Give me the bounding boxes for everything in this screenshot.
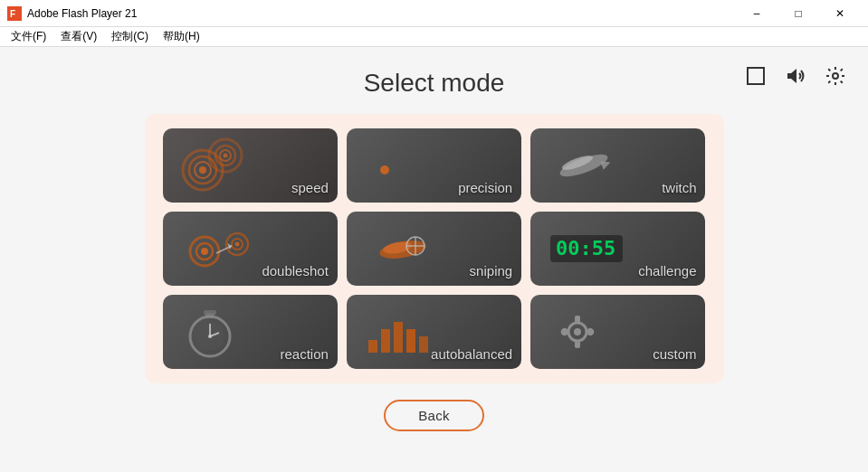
twitch-label: twitch xyxy=(662,180,696,195)
svg-rect-46 xyxy=(575,316,580,323)
mode-challenge-button[interactable]: 00:55 challenge xyxy=(530,212,705,286)
svg-point-13 xyxy=(380,165,389,175)
reaction-label: reaction xyxy=(280,346,328,362)
menu-file[interactable]: 文件(F) xyxy=(4,27,53,46)
window-controls: – □ ✕ xyxy=(736,0,861,27)
mode-doubleshot-button[interactable]: doubleshot xyxy=(163,212,338,286)
mode-precision-button[interactable]: precision xyxy=(347,128,521,203)
mode-custom-button[interactable]: custom xyxy=(530,295,705,369)
autobalanced-label: autobalanced xyxy=(431,346,512,362)
svg-point-45 xyxy=(574,328,581,335)
settings-button[interactable] xyxy=(821,61,850,90)
svg-point-37 xyxy=(208,335,212,338)
mode-container: speed precision xyxy=(145,114,724,383)
precision-label: precision xyxy=(458,180,512,195)
menu-view[interactable]: 查看(V) xyxy=(53,27,104,46)
svg-text:00:55: 00:55 xyxy=(556,237,615,260)
sound-button[interactable] xyxy=(781,61,810,90)
fullscreen-button[interactable] xyxy=(741,61,770,90)
svg-point-12 xyxy=(223,154,227,158)
minimize-button[interactable]: – xyxy=(736,0,777,27)
back-button[interactable]: Back xyxy=(384,400,484,431)
toolbar-icons xyxy=(741,61,850,90)
menu-control[interactable]: 控制(C) xyxy=(104,27,156,46)
mode-autobalanced-button[interactable]: autobalanced xyxy=(347,295,521,369)
window-title: Adobe Flash Player 21 xyxy=(27,7,736,20)
svg-rect-2 xyxy=(748,68,764,84)
svg-rect-43 xyxy=(419,336,428,353)
challenge-label: challenge xyxy=(638,263,696,278)
sniping-label: sniping xyxy=(470,263,513,278)
mode-speed-button[interactable]: speed xyxy=(163,128,338,203)
mode-reaction-button[interactable]: reaction xyxy=(163,295,338,369)
svg-rect-41 xyxy=(394,322,403,353)
svg-point-22 xyxy=(234,242,239,247)
svg-rect-38 xyxy=(204,310,216,315)
svg-point-19 xyxy=(201,248,208,255)
mode-twitch-button[interactable]: twitch xyxy=(530,128,705,203)
maximize-button[interactable]: □ xyxy=(777,0,819,27)
close-button[interactable]: ✕ xyxy=(819,0,861,27)
title-bar: F Adobe Flash Player 21 – □ ✕ xyxy=(0,0,868,27)
menu-bar: 文件(F) 查看(V) 控制(C) 帮助(H) xyxy=(0,27,868,47)
app-area: Select mode xyxy=(0,47,868,472)
svg-rect-42 xyxy=(406,329,415,353)
svg-marker-3 xyxy=(787,69,796,83)
mode-grid: speed precision xyxy=(163,128,706,369)
menu-help[interactable]: 帮助(H) xyxy=(156,27,207,46)
svg-point-8 xyxy=(199,166,206,174)
svg-rect-39 xyxy=(368,340,377,353)
back-button-wrap: Back xyxy=(384,400,484,431)
svg-text:F: F xyxy=(10,9,15,19)
page-title: Select mode xyxy=(364,69,505,98)
app-icon: F xyxy=(7,6,22,21)
svg-point-4 xyxy=(833,73,838,79)
svg-rect-40 xyxy=(381,329,390,353)
doubleshot-label: doubleshot xyxy=(262,263,328,278)
svg-rect-47 xyxy=(575,341,580,348)
custom-label: custom xyxy=(653,346,696,362)
speed-label: speed xyxy=(291,180,329,195)
mode-sniping-button[interactable]: sniping xyxy=(347,212,521,286)
